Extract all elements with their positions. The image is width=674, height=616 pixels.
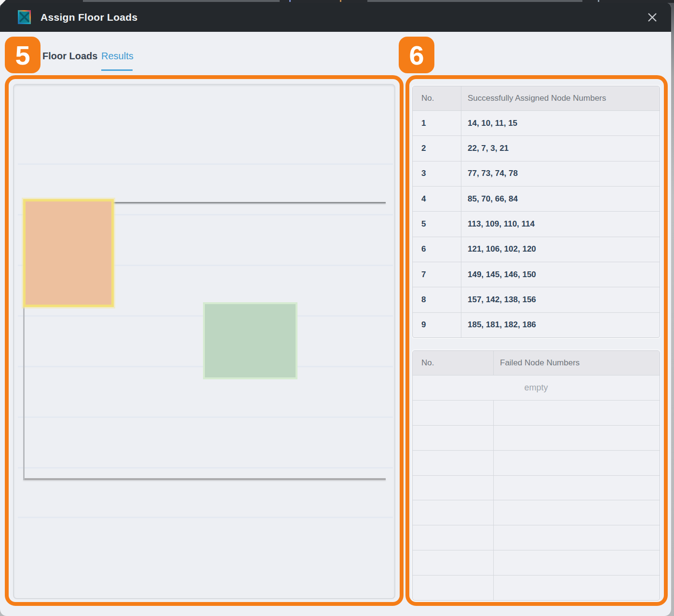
- failed-table: No. Failed Node Numbers empty: [412, 350, 660, 601]
- row-no: [413, 401, 493, 425]
- row-nodes: [493, 550, 660, 575]
- close-icon: [647, 12, 658, 23]
- row-nodes: 121, 106, 102, 120: [461, 237, 660, 262]
- assigned-floor-load-region: [203, 302, 297, 379]
- background-window-sliver: [0, 0, 674, 3]
- row-nodes: 185, 181, 182, 186: [461, 313, 660, 337]
- failed-row[interactable]: [413, 525, 660, 550]
- row-no: 9: [413, 313, 461, 337]
- dialog-title: Assign Floor Loads: [40, 2, 137, 32]
- row-nodes: [493, 576, 660, 600]
- success-row[interactable]: 8 157, 142, 138, 156: [413, 287, 660, 312]
- column-header-no: No.: [413, 351, 493, 375]
- row-no: [413, 550, 493, 575]
- row-no: 7: [413, 262, 461, 287]
- background-artifact: [367, 0, 582, 2]
- row-nodes: [493, 451, 660, 475]
- tab-floor-loads[interactable]: Floor Loads: [42, 51, 97, 62]
- success-table-header: No. Successfully Assigned Node Numbers: [413, 86, 660, 110]
- annotation-badge-6: 6: [399, 37, 434, 73]
- row-no: [413, 476, 493, 500]
- failed-row[interactable]: [413, 575, 660, 600]
- row-no: [413, 525, 493, 550]
- column-header-nodes: Successfully Assigned Node Numbers: [461, 86, 660, 110]
- success-row[interactable]: 6 121, 106, 102, 120: [413, 237, 660, 262]
- failed-table-header: No. Failed Node Numbers: [413, 351, 660, 375]
- row-no: [413, 426, 493, 450]
- floor-load-icon: [18, 10, 31, 24]
- failed-row[interactable]: [413, 400, 660, 425]
- success-row[interactable]: 5 113, 109, 110, 114: [413, 211, 660, 236]
- row-no: 5: [413, 212, 461, 236]
- row-nodes: [493, 426, 660, 450]
- gridline: [18, 416, 393, 418]
- annotation-badge-5: 5: [5, 37, 40, 73]
- gridline: [18, 163, 393, 165]
- row-nodes: 22, 7, 3, 21: [461, 136, 660, 161]
- success-row[interactable]: 7 149, 145, 146, 150: [413, 262, 660, 287]
- column-header-nodes: Failed Node Numbers: [493, 351, 660, 375]
- row-no: 4: [413, 187, 461, 211]
- success-row[interactable]: 2 22, 7, 3, 21: [413, 135, 660, 161]
- failed-row[interactable]: [413, 475, 660, 500]
- failed-row[interactable]: [413, 500, 660, 525]
- row-no: [413, 500, 493, 525]
- tab-results[interactable]: Results: [101, 51, 134, 62]
- row-no: 2: [413, 136, 461, 161]
- gridline: [18, 517, 393, 518]
- success-row[interactable]: 1 14, 10, 11, 15: [413, 110, 660, 135]
- assign-floor-loads-dialog: Assign Floor Loads Floor Loads Results: [0, 2, 671, 616]
- screen: Assign Floor Loads Floor Loads Results: [0, 0, 674, 616]
- structure-edge-bottom: [23, 478, 386, 480]
- background-artifact: [289, 0, 291, 2]
- failed-row[interactable]: [413, 425, 660, 450]
- row-nodes: 77, 73, 74, 78: [461, 161, 660, 186]
- failed-row[interactable]: [413, 550, 660, 575]
- floor-plan-canvas[interactable]: [13, 84, 395, 599]
- row-nodes: 85, 70, 66, 84: [461, 187, 660, 211]
- row-nodes: 157, 142, 138, 156: [461, 287, 660, 312]
- row-no: 1: [413, 111, 461, 135]
- row-nodes: [493, 500, 660, 525]
- row-no: 6: [413, 237, 461, 262]
- background-artifact: [340, 0, 341, 2]
- success-row[interactable]: 3 77, 73, 74, 78: [413, 161, 660, 186]
- row-nodes: [493, 525, 660, 550]
- success-row[interactable]: 4 85, 70, 66, 84: [413, 186, 660, 211]
- success-row[interactable]: 9 185, 181, 182, 186: [413, 312, 660, 337]
- row-no: [413, 576, 493, 600]
- dialog-titlebar[interactable]: Assign Floor Loads: [0, 2, 671, 32]
- selected-floor-load-region: [23, 199, 114, 307]
- background-artifact: [598, 0, 599, 2]
- row-nodes: [493, 401, 660, 425]
- gridline: [18, 467, 393, 469]
- active-tab-underline: [101, 69, 133, 71]
- close-button[interactable]: [644, 10, 661, 25]
- row-nodes: 14, 10, 11, 15: [461, 111, 660, 135]
- row-no: 3: [413, 161, 461, 186]
- row-nodes: 113, 109, 110, 114: [461, 212, 660, 236]
- background-artifact: [83, 0, 280, 2]
- column-header-no: No.: [413, 86, 461, 110]
- row-nodes: [493, 476, 660, 500]
- failed-row[interactable]: [413, 450, 660, 475]
- row-no: 8: [413, 287, 461, 312]
- failed-table-empty-label: empty: [413, 375, 660, 400]
- row-no: [413, 451, 493, 475]
- row-nodes: 149, 145, 146, 150: [461, 262, 660, 287]
- success-table: No. Successfully Assigned Node Numbers 1…: [412, 86, 660, 338]
